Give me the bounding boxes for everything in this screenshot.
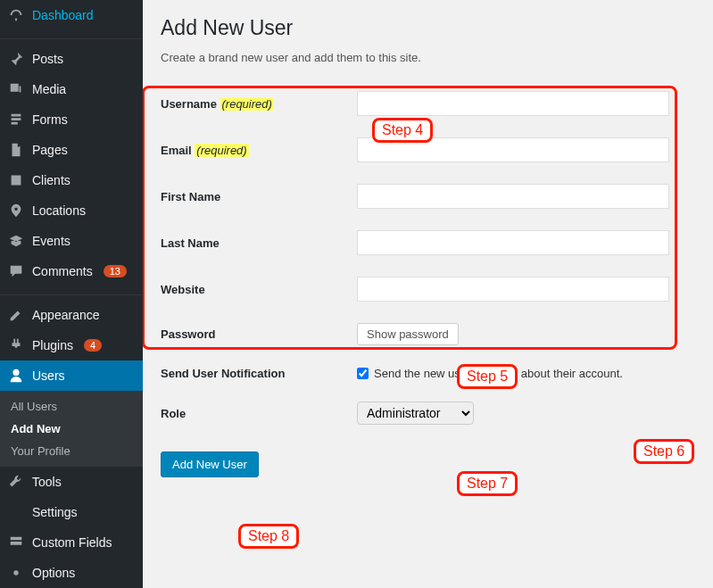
- dashboard-icon: [7, 6, 25, 24]
- sidebar-item-locations[interactable]: Locations: [0, 195, 143, 226]
- custom-fields-icon: [7, 534, 25, 551]
- add-new-user-button[interactable]: Add New User: [161, 451, 259, 477]
- submenu-your-profile[interactable]: Your Profile: [0, 440, 143, 462]
- last-name-input[interactable]: [357, 230, 669, 255]
- plugins-icon: [7, 336, 25, 354]
- website-input[interactable]: [357, 277, 669, 302]
- website-label: Website: [161, 283, 357, 296]
- sidebar-item-clients[interactable]: Clients: [0, 165, 143, 195]
- sidebar-item-plugins[interactable]: Plugins 4: [0, 330, 143, 360]
- sidebar-item-custom-fields[interactable]: Custom Fields: [0, 527, 143, 558]
- clients-icon: [7, 171, 25, 189]
- notify-label: Send User Notification: [161, 367, 357, 380]
- events-icon: [7, 232, 25, 250]
- comments-badge: 13: [104, 265, 127, 277]
- sidebar-label: Plugins: [32, 338, 73, 352]
- sidebar-item-options[interactable]: Options: [0, 558, 143, 588]
- username-input[interactable]: [357, 91, 669, 116]
- sidebar-item-posts[interactable]: Posts: [0, 44, 143, 74]
- sidebar-label: Media: [32, 82, 66, 96]
- sidebar-item-forms[interactable]: Forms: [0, 104, 143, 135]
- submenu-add-new[interactable]: Add New: [0, 418, 143, 440]
- sidebar-label: Pages: [32, 143, 68, 157]
- submenu-all-users[interactable]: All Users: [0, 395, 143, 418]
- email-label: Email (required): [161, 144, 357, 157]
- sidebar-item-media[interactable]: Media: [0, 74, 143, 104]
- sidebar-item-settings[interactable]: Settings: [0, 497, 143, 527]
- first-name-label: First Name: [161, 190, 357, 203]
- comments-icon: [7, 262, 25, 280]
- sidebar-item-pages[interactable]: Pages: [0, 135, 143, 165]
- admin-sidebar: Dashboard Posts Media Forms Pages Client…: [0, 0, 143, 588]
- menu-separator: [0, 291, 143, 295]
- main-content: Add New User Create a brand new user and…: [143, 0, 713, 588]
- username-label: Username (required): [161, 97, 357, 111]
- page-subheading: Create a brand new user and add them to …: [161, 51, 695, 64]
- sidebar-label: Comments: [32, 264, 93, 278]
- sidebar-label: Options: [32, 566, 75, 580]
- pin-icon: [7, 50, 25, 68]
- notify-text: Send the new user an email about their a…: [374, 367, 623, 380]
- sidebar-label: Custom Fields: [32, 535, 112, 550]
- sidebar-label: Posts: [32, 52, 63, 66]
- role-label: Role: [161, 407, 357, 420]
- plugins-badge: 4: [84, 339, 102, 352]
- settings-icon: [7, 503, 25, 521]
- sidebar-item-appearance[interactable]: Appearance: [0, 300, 143, 330]
- annotation-step8: Step 8: [238, 524, 299, 549]
- sidebar-item-tools[interactable]: Tools: [0, 467, 143, 497]
- tools-icon: [7, 473, 25, 491]
- users-submenu: All Users Add New Your Profile: [0, 391, 143, 467]
- forms-icon: [7, 111, 25, 128]
- svg-point-0: [13, 570, 18, 575]
- sidebar-item-events[interactable]: Events: [0, 226, 143, 256]
- sidebar-label: Users: [32, 369, 65, 383]
- menu-separator: [0, 35, 143, 39]
- sidebar-item-users[interactable]: Users: [0, 360, 143, 391]
- show-password-button[interactable]: Show password: [357, 323, 459, 345]
- location-icon: [7, 202, 25, 219]
- sidebar-label: Dashboard: [32, 8, 94, 22]
- page-title: Add New User: [161, 16, 695, 40]
- password-label: Password: [161, 327, 357, 341]
- sidebar-label: Events: [32, 234, 70, 248]
- users-icon: [7, 367, 25, 385]
- sidebar-label: Forms: [32, 112, 68, 127]
- sidebar-item-comments[interactable]: Comments 13: [0, 256, 143, 286]
- sidebar-item-dashboard[interactable]: Dashboard: [0, 0, 143, 30]
- sidebar-label: Locations: [32, 203, 86, 218]
- sidebar-label: Clients: [32, 173, 70, 187]
- email-input[interactable]: [357, 137, 669, 162]
- notify-checkbox[interactable]: [357, 368, 369, 379]
- sidebar-label: Appearance: [32, 308, 100, 322]
- options-icon: [7, 564, 25, 582]
- appearance-icon: [7, 306, 25, 324]
- role-select[interactable]: Administrator: [357, 402, 474, 425]
- last-name-label: Last Name: [161, 236, 357, 250]
- user-form: Username (required) Email (required) Fir…: [161, 80, 695, 435]
- first-name-input[interactable]: [357, 184, 669, 209]
- sidebar-label: Settings: [32, 505, 78, 519]
- media-icon: [7, 80, 25, 98]
- pages-icon: [7, 141, 25, 159]
- sidebar-label: Tools: [32, 475, 62, 489]
